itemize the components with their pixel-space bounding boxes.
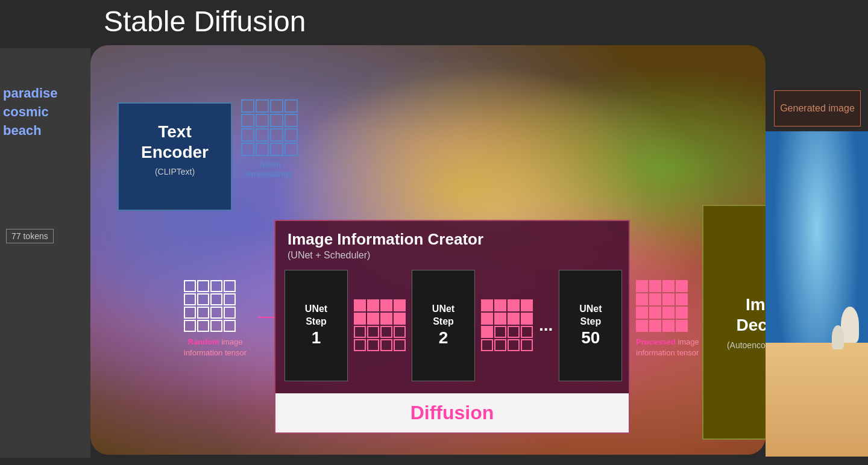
unet-step-1: UNetStep 1 — [285, 270, 348, 381]
processed-tensor-grid — [636, 280, 699, 332]
text-encoder-subtitle: (CLIPText) — [119, 167, 231, 176]
white-cell — [224, 320, 236, 332]
prompt-line-1: paradise — [3, 84, 87, 103]
prompt-text: paradise cosmic beach — [3, 84, 87, 140]
image-decoder-box: ImageDecoder (Autoencoder decoder) — [702, 205, 766, 440]
token-cell — [270, 114, 283, 127]
unet-step-2-number: 2 — [439, 328, 448, 348]
processed-word: Processed — [636, 337, 676, 346]
unet-step-1-number: 1 — [312, 328, 321, 348]
white-cell — [210, 293, 222, 305]
token-cell — [256, 143, 269, 156]
unet-step-1-label: UNetStep — [305, 303, 327, 328]
unet-step-2: UNetStep 2 — [412, 270, 475, 381]
random-tensor-label: Random imageinformation tensor — [184, 337, 247, 358]
white-cell — [184, 307, 196, 319]
diffusion-label-box: Diffusion — [275, 393, 629, 432]
token-cell — [241, 128, 254, 142]
token-cell — [241, 114, 254, 127]
pink-grid-2 — [481, 299, 533, 351]
token-cell — [285, 114, 298, 127]
token-cell — [270, 99, 283, 113]
beach-sand — [766, 343, 868, 457]
unet-area: UNetStep 1 — [285, 263, 620, 387]
token-cell — [285, 128, 298, 142]
tokens-badge: 77 tokens — [6, 229, 54, 243]
generated-image-label: Generated image — [774, 90, 861, 126]
token-embeddings-label: Tokenembeddings — [241, 160, 298, 179]
unet-step-50-label: UNetStep — [579, 303, 602, 328]
unet-step-50: UNetStep 50 — [559, 270, 622, 381]
white-cell — [184, 320, 196, 332]
text-encoder-box: TextEncoder (CLIPText) — [118, 102, 232, 211]
unet-step-50-number: 50 — [581, 328, 600, 348]
token-grid — [241, 99, 298, 156]
white-cell — [184, 293, 196, 305]
white-cell — [224, 280, 236, 292]
main-diagram: TextEncoder (CLIPText) Tokenembeddings — [90, 45, 766, 455]
image-decoder-title: ImageDecoder — [736, 295, 766, 335]
generated-image-text: Generated image — [780, 102, 855, 115]
diffusion-label: Diffusion — [410, 402, 494, 424]
text-encoder-title: TextEncoder — [119, 122, 231, 162]
white-cell — [197, 320, 209, 332]
pink-grid-1 — [354, 299, 406, 351]
token-cell — [270, 143, 283, 156]
random-tensor-grid — [184, 280, 247, 332]
dots-separator: ... — [539, 316, 553, 335]
token-embeddings: Tokenembeddings — [241, 99, 298, 179]
token-cell — [241, 143, 254, 156]
token-cell — [285, 143, 298, 156]
token-cell — [285, 99, 298, 113]
token-cell — [241, 99, 254, 113]
sidebar: paradise cosmic beach 77 tokens — [0, 48, 90, 458]
token-cell — [256, 128, 269, 142]
white-cell — [210, 307, 222, 319]
generated-image-panel — [766, 131, 868, 457]
random-word: Random — [188, 337, 219, 346]
processed-tensor: Processed imageinformation tensor — [636, 280, 699, 358]
token-cell — [256, 99, 269, 113]
white-cell — [224, 307, 236, 319]
white-cell — [197, 307, 209, 319]
processed-tensor-label: Processed imageinformation tensor — [636, 337, 699, 358]
white-cell — [224, 293, 236, 305]
iic-subtitle: (UNet + Scheduler) — [288, 250, 617, 261]
prompt-line-2: cosmic — [3, 103, 87, 122]
rock-shape-2 — [832, 325, 844, 349]
white-cell — [197, 293, 209, 305]
white-cell — [197, 280, 209, 292]
white-cell — [210, 280, 222, 292]
page-title: Stable Diffusion — [104, 5, 306, 38]
unet-step-2-label: UNetStep — [432, 303, 454, 328]
generated-image-bg — [766, 131, 868, 457]
white-cell — [210, 320, 222, 332]
token-cell — [270, 128, 283, 142]
white-cell — [184, 280, 196, 292]
token-cell — [256, 114, 269, 127]
image-decoder-subtitle: (Autoencoder decoder) — [721, 340, 766, 350]
random-tensor: Random imageinformation tensor — [184, 280, 247, 358]
prompt-line-3: beach — [3, 122, 87, 140]
iic-title: Image Information Creator — [288, 230, 617, 249]
iic-box: Image Information Creator (UNet + Schedu… — [274, 220, 630, 434]
